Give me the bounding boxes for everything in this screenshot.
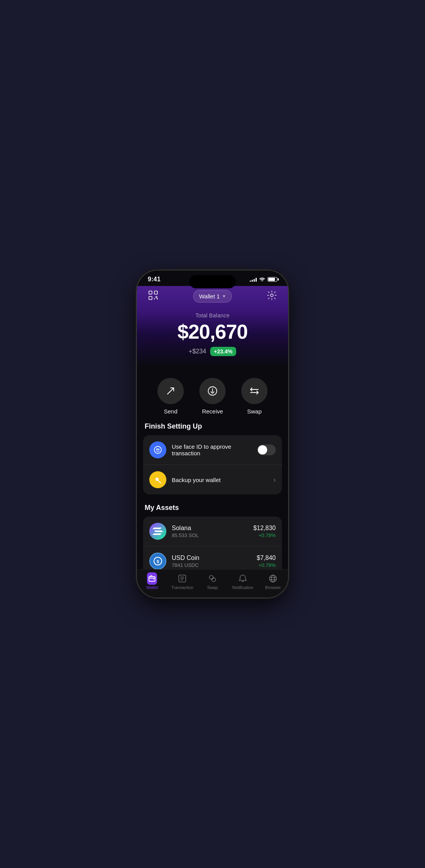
setup-card: Use face ID to approve transaction	[143, 435, 282, 494]
signal-bars-icon	[250, 277, 257, 282]
balance-change: +$234 +23.4%	[146, 347, 279, 356]
battery-icon	[268, 277, 277, 282]
settings-button[interactable]	[265, 289, 279, 303]
face-id-label: Use face ID to approve transaction	[172, 443, 252, 456]
toggle-thumb	[258, 445, 267, 455]
content-area: Finish Setting Up Use face ID to approve	[137, 422, 288, 569]
nav-item-wallet[interactable]: Wallet	[137, 574, 167, 590]
balance-amount: $20,670	[146, 321, 279, 343]
swap-nav-label: Swap	[207, 585, 218, 590]
nav-item-swap[interactable]: Swap	[197, 574, 228, 590]
asset-item-solana[interactable]: Solana 85.533 SOL $12,830 +0.78%	[143, 517, 282, 546]
assets-card: Solana 85.533 SOL $12,830 +0.78% $	[143, 517, 282, 569]
svg-point-12	[157, 449, 157, 450]
status-icons	[250, 276, 277, 282]
settings-icon	[267, 290, 277, 302]
svg-point-13	[159, 449, 159, 450]
backup-label: Backup your wallet	[172, 477, 268, 483]
usdc-name: USD Coin	[172, 555, 251, 561]
svg-rect-0	[149, 291, 152, 294]
wallet-selector-label: Wallet 1	[199, 293, 220, 300]
solana-info: Solana 85.533 SOL	[172, 525, 248, 538]
asset-item-usdc[interactable]: $ USD Coin 7841 USDC $7,840 +0.78%	[143, 546, 282, 569]
battery-fill	[268, 278, 275, 281]
browser-nav-label: Browser	[265, 585, 281, 590]
action-buttons: Send Receive Swap	[137, 367, 288, 422]
phone-frame: 9:41	[137, 270, 288, 598]
balance-change-amount: +$234	[189, 348, 206, 355]
face-id-toggle[interactable]	[257, 444, 276, 455]
header-section: Wallet 1 ▼ Total Balance $20,670	[137, 286, 288, 367]
svg-point-21	[212, 578, 216, 582]
nav-item-transaction[interactable]: Transaction	[167, 574, 197, 590]
send-button[interactable]: Send	[157, 378, 184, 415]
balance-label: Total Balance	[146, 312, 279, 319]
usdc-change: +0.78%	[257, 562, 276, 568]
solana-change: +0.78%	[253, 532, 276, 538]
scan-button[interactable]	[146, 289, 160, 303]
wifi-icon	[259, 276, 265, 282]
assets-section-title: My Assets	[143, 504, 282, 512]
usdc-value-section: $7,840 +0.78%	[257, 555, 276, 568]
wallet-nav-icon	[147, 574, 157, 584]
balance-section: Total Balance $20,670 +$234 +23.4%	[146, 312, 279, 359]
usdc-amount: 7841 USDC	[172, 562, 251, 568]
notification-nav-icon	[238, 574, 248, 584]
svg-point-11	[154, 446, 161, 453]
swap-label: Swap	[247, 408, 262, 415]
svg-point-22	[270, 575, 276, 582]
svg-point-23	[271, 575, 275, 582]
chevron-down-icon: ▼	[222, 294, 226, 298]
backup-icon-circle	[149, 471, 166, 488]
setup-section-title: Finish Setting Up	[143, 422, 282, 431]
setup-item-face-id: Use face ID to approve transaction	[143, 435, 282, 465]
swap-icon-circle	[241, 378, 268, 404]
balance-change-pct: +23.4%	[210, 347, 237, 356]
status-time: 9:41	[148, 276, 161, 283]
receive-label: Receive	[202, 408, 223, 415]
setup-item-backup[interactable]: Backup your wallet ›	[143, 465, 282, 494]
nav-item-notification[interactable]: Notification	[228, 574, 258, 590]
scan-icon	[148, 290, 159, 302]
wallet-nav-label: Wallet	[146, 585, 158, 590]
swap-nav-icon	[207, 574, 218, 584]
send-label: Send	[164, 408, 177, 415]
svg-rect-18	[149, 577, 155, 581]
transaction-nav-icon	[177, 574, 187, 584]
solana-logo	[149, 523, 166, 540]
usdc-logo: $	[149, 553, 166, 569]
usdc-info: USD Coin 7841 USDC	[172, 555, 251, 568]
svg-point-20	[209, 575, 213, 579]
backup-chevron-icon: ›	[273, 476, 276, 484]
solana-price: $12,830	[253, 525, 276, 532]
nav-item-browser[interactable]: Browser	[258, 574, 288, 590]
wallet-selector[interactable]: Wallet 1 ▼	[193, 290, 232, 303]
svg-point-9	[270, 294, 273, 297]
phone-screen: 9:41	[137, 270, 288, 598]
svg-rect-2	[149, 296, 152, 300]
dynamic-island	[189, 275, 236, 288]
receive-button[interactable]: Receive	[199, 378, 226, 415]
browser-nav-icon	[268, 574, 278, 584]
header-top: Wallet 1 ▼	[146, 289, 279, 303]
svg-text:$: $	[157, 559, 159, 564]
bottom-nav: Wallet Transaction Swa	[137, 569, 288, 598]
wallet-nav-icon-bg	[147, 572, 157, 585]
svg-rect-1	[154, 291, 157, 294]
receive-icon-circle	[199, 378, 226, 404]
face-id-icon-circle	[149, 441, 166, 458]
send-icon-circle	[157, 378, 184, 404]
usdc-price: $7,840	[257, 555, 276, 561]
swap-button[interactable]: Swap	[241, 378, 268, 415]
notification-nav-label: Notification	[232, 585, 253, 590]
solana-amount: 85.533 SOL	[172, 532, 248, 538]
solana-value-section: $12,830 +0.78%	[253, 525, 276, 538]
solana-name: Solana	[172, 525, 248, 532]
transaction-nav-label: Transaction	[171, 585, 193, 590]
svg-point-15	[157, 479, 157, 480]
